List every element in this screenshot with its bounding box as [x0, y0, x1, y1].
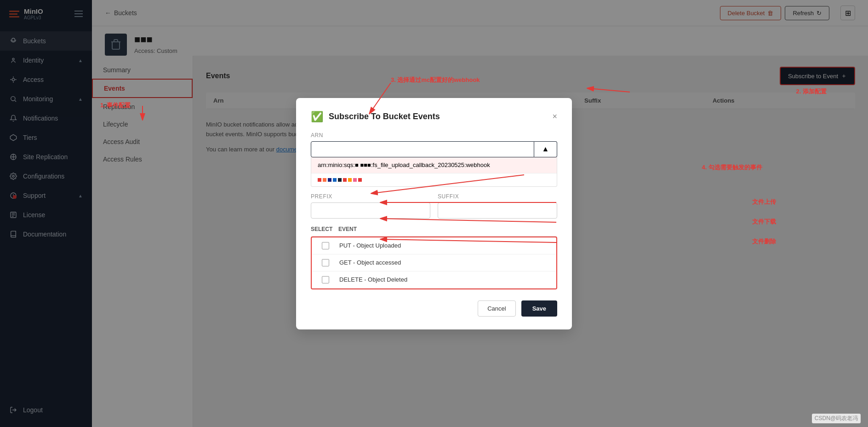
modal-footer: Cancel Save [311, 300, 557, 317]
color-dot-5 [338, 178, 342, 182]
color-dot-7 [348, 178, 352, 182]
color-dot-8 [353, 178, 357, 182]
events-grid-header: Select Event [311, 222, 557, 237]
arn-field: ARN ▲ arn:minio:sqs:■ ■■■:fs_file_upload… [311, 132, 557, 187]
modal-close-button[interactable]: × [552, 112, 557, 121]
event-row-put: PUT - Object Uploaded [312, 237, 556, 254]
event-row-delete: DELETE - Object Deleted [312, 271, 556, 289]
cancel-button[interactable]: Cancel [478, 300, 515, 317]
suffix-label: Suffix [438, 193, 557, 200]
arn-dropdown-toggle[interactable]: ▲ [534, 141, 557, 157]
arn-input-row: ▲ [311, 141, 557, 157]
prefix-label: Prefix [311, 193, 430, 200]
modal-subscribe: ✅ Subscribe To Bucket Events × ARN ▲ arn… [296, 98, 572, 329]
color-dot-6 [343, 178, 347, 182]
suffix-input[interactable] [438, 202, 557, 219]
arn-suggestion-text: arn:minio:sqs:■ ■■■:fs_file_upload_callb… [318, 162, 490, 168]
arn-suggestion-item[interactable]: arn:minio:sqs:■ ■■■:fs_file_upload_callb… [311, 157, 557, 173]
event-header: Event [338, 226, 557, 232]
color-dot-3 [328, 178, 331, 182]
color-dot-9 [358, 178, 362, 182]
events-selection-section: Select Event PUT - Object Uploaded GET -… [311, 222, 557, 289]
modal-overlay[interactable]: ✅ Subscribe To Bucket Events × ARN ▲ arn… [0, 0, 868, 427]
event-rows-container: PUT - Object Uploaded GET - Object acces… [311, 237, 557, 289]
event-label-delete: DELETE - Object Deleted [339, 276, 556, 283]
arn-text-input[interactable] [311, 141, 534, 157]
arn-suggestions-list: arn:minio:sqs:■ ■■■:fs_file_upload_callb… [311, 157, 557, 187]
calendar-check-icon: ✅ [311, 111, 323, 123]
checkbox-delete[interactable] [322, 276, 329, 283]
modal-title: Subscribe To Bucket Events [329, 112, 547, 121]
event-label-put: PUT - Object Uploaded [339, 242, 556, 249]
arn-label: ARN [311, 132, 557, 138]
arn-suggestion-colored-item[interactable] [311, 173, 557, 186]
color-dot-4 [333, 178, 337, 182]
prefix-field: Prefix [311, 193, 430, 219]
color-dot-2 [323, 178, 326, 182]
modal-header: ✅ Subscribe To Bucket Events × [311, 111, 557, 123]
select-header: Select [311, 226, 338, 232]
checkbox-put[interactable] [322, 242, 329, 249]
prefix-suffix-row: Prefix Suffix [311, 193, 557, 219]
prefix-input[interactable] [311, 202, 430, 219]
save-button[interactable]: Save [521, 300, 557, 317]
event-row-get: GET - Object accessed [312, 254, 556, 271]
color-dot-1 [318, 178, 321, 182]
chevron-down-icon: ▲ [542, 145, 549, 153]
event-label-get: GET - Object accessed [339, 259, 556, 266]
suffix-field: Suffix [438, 193, 557, 219]
checkbox-get[interactable] [322, 259, 329, 266]
